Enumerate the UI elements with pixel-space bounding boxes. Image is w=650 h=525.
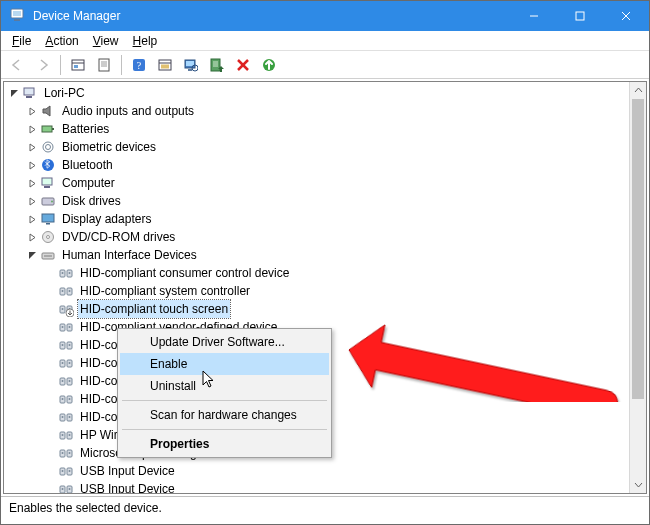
enable-device-button[interactable] — [205, 53, 229, 77]
svg-point-41 — [47, 236, 50, 239]
tree-category-dvd[interactable]: DVD/CD-ROM drives — [6, 228, 646, 246]
ctx-separator — [122, 400, 327, 401]
menu-file[interactable]: File — [5, 32, 38, 50]
toolbar-separator — [60, 55, 61, 75]
hidcat-icon — [40, 247, 56, 263]
tree-category-label: Bluetooth — [60, 156, 115, 174]
menu-help[interactable]: Help — [126, 32, 165, 50]
context-menu: Update Driver Software... Enable Uninsta… — [117, 328, 332, 458]
tree-root[interactable]: Lori-PC — [6, 84, 646, 102]
tree-item-label: USB Input Device — [78, 480, 177, 494]
collapse-twisty-icon[interactable] — [24, 121, 40, 137]
scroll-up-button[interactable] — [630, 82, 646, 99]
hid-icon — [58, 409, 74, 425]
tree-category-bluetooth[interactable]: Bluetooth — [6, 156, 646, 174]
scroll-down-button[interactable] — [630, 476, 646, 493]
ctx-uninstall[interactable]: Uninstall — [120, 375, 329, 397]
collapse-twisty-icon[interactable] — [24, 211, 40, 227]
collapse-twisty-icon[interactable] — [24, 193, 40, 209]
biometric-icon — [40, 139, 56, 155]
vertical-scrollbar[interactable] — [629, 82, 646, 493]
window-title: Device Manager — [33, 9, 120, 23]
svg-rect-28 — [26, 96, 32, 98]
svg-point-87 — [62, 452, 64, 454]
collapse-twisty-icon[interactable] — [24, 229, 40, 245]
install-legacy-button[interactable] — [257, 53, 281, 77]
collapse-twisty-icon[interactable] — [24, 103, 40, 119]
tree-category-batteries[interactable]: Batteries — [6, 120, 646, 138]
ctx-properties[interactable]: Properties — [120, 433, 329, 455]
close-button[interactable] — [603, 1, 649, 31]
ctx-update-driver[interactable]: Update Driver Software... — [120, 331, 329, 353]
svg-rect-39 — [46, 223, 50, 225]
svg-point-50 — [62, 290, 64, 292]
maximize-button[interactable] — [557, 1, 603, 31]
tree-category-hid[interactable]: Human Interface Devices — [6, 246, 646, 264]
svg-point-51 — [69, 290, 71, 292]
tree-category-biometric[interactable]: Biometric devices — [6, 138, 646, 156]
svg-point-31 — [43, 142, 53, 152]
tree-category-computer[interactable]: Computer — [6, 174, 646, 192]
svg-point-37 — [51, 201, 53, 203]
app-icon — [9, 7, 25, 26]
svg-point-54 — [62, 308, 64, 310]
svg-point-64 — [69, 344, 71, 346]
hid-icon — [58, 337, 74, 353]
help-button[interactable]: ? — [127, 53, 151, 77]
svg-point-75 — [62, 398, 64, 400]
scroll-thumb[interactable] — [632, 99, 644, 399]
svg-rect-27 — [24, 88, 34, 95]
tree-category-label: Human Interface Devices — [60, 246, 199, 264]
hid-icon — [58, 427, 74, 443]
tree-item-usb-2[interactable]: USB Input Device — [6, 480, 646, 494]
svg-rect-20 — [186, 61, 194, 66]
svg-point-76 — [69, 398, 71, 400]
ctx-enable[interactable]: Enable — [120, 353, 329, 375]
tree-item-hid-touch[interactable]: HID-compliant touch screen — [6, 300, 646, 318]
svg-point-88 — [69, 452, 71, 454]
ctx-scan-hardware[interactable]: Scan for hardware changes — [120, 404, 329, 426]
content-area: Lori-PC Audio inputs and outputs Batteri… — [1, 79, 649, 496]
bluetooth-icon — [40, 157, 56, 173]
properties-button[interactable] — [92, 53, 116, 77]
forward-button — [31, 53, 55, 77]
scan-hardware-button[interactable] — [179, 53, 203, 77]
batteries-icon — [40, 121, 56, 137]
hid-icon — [58, 373, 74, 389]
device-tree[interactable]: Lori-PC Audio inputs and outputs Batteri… — [3, 81, 647, 494]
menu-bar: File Action View Help — [1, 31, 649, 51]
tree-category-display[interactable]: Display adapters — [6, 210, 646, 228]
svg-rect-29 — [42, 126, 52, 132]
minimize-button[interactable] — [511, 1, 557, 31]
hid-icon — [58, 301, 74, 317]
tree-item-hid-ccd[interactable]: HID-compliant consumer control device — [6, 264, 646, 282]
status-bar: Enables the selected device. — [1, 496, 649, 522]
tree-category-label: DVD/CD-ROM drives — [60, 228, 177, 246]
tree-category-audio[interactable]: Audio inputs and outputs — [6, 102, 646, 120]
svg-point-63 — [62, 344, 64, 346]
expand-twisty-icon[interactable] — [6, 85, 22, 101]
hid-icon — [58, 319, 74, 335]
collapse-twisty-icon[interactable] — [24, 175, 40, 191]
uninstall-button[interactable] — [231, 53, 255, 77]
collapse-twisty-icon[interactable] — [24, 157, 40, 173]
svg-point-32 — [46, 145, 51, 150]
update-driver-button[interactable] — [153, 53, 177, 77]
expand-twisty-icon[interactable] — [24, 247, 40, 263]
svg-rect-23 — [211, 59, 220, 71]
tree-root-label: Lori-PC — [42, 84, 87, 102]
toolbar-separator — [121, 55, 122, 75]
svg-point-67 — [62, 362, 64, 364]
back-button — [5, 53, 29, 77]
svg-rect-2 — [14, 19, 20, 21]
svg-point-91 — [62, 470, 64, 472]
tree-category-disk[interactable]: Disk drives — [6, 192, 646, 210]
show-hidden-button[interactable] — [66, 53, 90, 77]
collapse-twisty-icon[interactable] — [24, 139, 40, 155]
menu-action[interactable]: Action — [38, 32, 85, 50]
tree-item-hid-sys[interactable]: HID-compliant system controller — [6, 282, 646, 300]
tree-item-usb-1[interactable]: USB Input Device — [6, 462, 646, 480]
menu-view[interactable]: View — [86, 32, 126, 50]
svg-text:?: ? — [137, 60, 142, 71]
computer-icon — [40, 175, 56, 191]
